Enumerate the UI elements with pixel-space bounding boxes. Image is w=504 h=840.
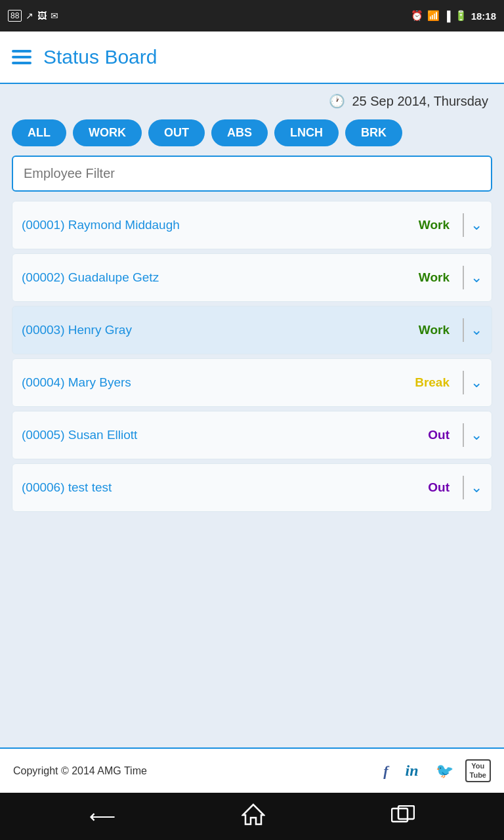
status-bar-right: ⏰ 📶 ▐ 🔋 18:18 [411, 10, 496, 22]
employee-status: Work [397, 270, 450, 285]
divider [463, 266, 464, 289]
bottom-nav: ⟵ [0, 793, 504, 840]
table-row[interactable]: (00005) Susan Elliott Out ⌄ [12, 411, 492, 459]
recents-icon [391, 805, 415, 824]
employee-list: (00001) Raymond Middaugh Work ⌄ (00002) … [0, 201, 504, 516]
page-title: Status Board [43, 46, 157, 68]
table-row[interactable]: (00001) Raymond Middaugh Work ⌄ [12, 201, 492, 249]
social-icons: f in 🐦 YouTube [378, 759, 491, 782]
table-row[interactable]: (00003) Henry Gray Work ⌄ [12, 306, 492, 354]
copyright-text: Copyright © 2014 AMG Time [13, 765, 147, 777]
employee-name: (00006) test test [22, 480, 397, 495]
chevron-down-icon[interactable]: ⌄ [471, 427, 482, 444]
employee-name: (00002) Guadalupe Getz [22, 270, 397, 285]
footer: Copyright © 2014 AMG Time f in 🐦 YouTube [0, 747, 504, 793]
header: Status Board [0, 32, 504, 84]
divider [463, 423, 464, 447]
wifi-icon: 📶 [427, 10, 440, 22]
status-icon-88: 88 [8, 10, 22, 22]
employee-status: Out [397, 428, 450, 442]
youtube-icon[interactable]: YouTube [465, 759, 491, 782]
battery-icon: 🔋 [455, 10, 467, 22]
facebook-icon[interactable]: f [378, 760, 393, 782]
employee-name: (00003) Henry Gray [22, 323, 397, 337]
main-content: 🕐 25 Sep 2014, Thursday ALL WORK OUT ABS… [0, 84, 504, 747]
twitter-icon[interactable]: 🐦 [430, 760, 459, 782]
chevron-down-icon[interactable]: ⌄ [471, 374, 482, 391]
signal-icon: ▐ [444, 10, 451, 22]
employee-name: (00001) Raymond Middaugh [22, 218, 397, 232]
employee-status: Break [397, 375, 450, 390]
divider [463, 476, 464, 499]
chevron-down-icon[interactable]: ⌄ [471, 322, 482, 339]
divider [463, 371, 464, 394]
linkedin-icon[interactable]: in [400, 759, 424, 782]
chevron-down-icon[interactable]: ⌄ [471, 269, 482, 286]
date-display: 25 Sep 2014, Thursday [352, 94, 488, 109]
back-arrow-icon: ⟵ [89, 807, 116, 827]
table-row[interactable]: (00006) test test Out ⌄ [12, 463, 492, 512]
employee-status: Work [397, 218, 450, 232]
employee-name: (00005) Susan Elliott [22, 428, 397, 442]
filter-buttons: ALL WORK OUT ABS LNCH BRK [0, 114, 504, 156]
filter-lnch-button[interactable]: LNCH [274, 119, 339, 146]
home-icon [242, 803, 265, 826]
svg-marker-0 [243, 805, 264, 824]
image-icon: 🖼 [37, 10, 47, 21]
signal-arrow-icon: ↗ [26, 10, 33, 21]
table-row[interactable]: (00004) Mary Byers Break ⌄ [12, 358, 492, 407]
filter-abs-button[interactable]: ABS [211, 119, 268, 146]
table-row[interactable]: (00002) Guadalupe Getz Work ⌄ [12, 253, 492, 302]
chevron-down-icon[interactable]: ⌄ [471, 479, 482, 496]
status-bar-left: 88 ↗ 🖼 ✉ [8, 10, 58, 22]
home-button[interactable] [228, 797, 278, 837]
filter-all-button[interactable]: ALL [12, 119, 66, 146]
search-bar [12, 156, 492, 192]
date-bar: 🕐 25 Sep 2014, Thursday [0, 84, 504, 114]
status-bar: 88 ↗ 🖼 ✉ ⏰ 📶 ▐ 🔋 18:18 [0, 0, 504, 32]
filter-out-button[interactable]: OUT [148, 119, 205, 146]
hamburger-menu-button[interactable] [12, 50, 32, 64]
filter-work-button[interactable]: WORK [73, 119, 142, 146]
clock-icon: 🕐 [329, 93, 345, 109]
alarm-icon: ⏰ [411, 10, 423, 22]
search-input[interactable] [12, 156, 492, 192]
divider [463, 318, 464, 342]
recents-button[interactable] [378, 799, 428, 835]
divider [463, 213, 464, 237]
employee-status: Work [397, 323, 450, 337]
gmail-icon: ✉ [51, 10, 58, 21]
chevron-down-icon[interactable]: ⌄ [471, 217, 482, 234]
time-display: 18:18 [471, 10, 496, 22]
back-button[interactable]: ⟵ [76, 799, 129, 834]
filter-brk-button[interactable]: BRK [345, 119, 402, 146]
employee-status: Out [397, 480, 450, 495]
employee-name: (00004) Mary Byers [22, 375, 397, 390]
